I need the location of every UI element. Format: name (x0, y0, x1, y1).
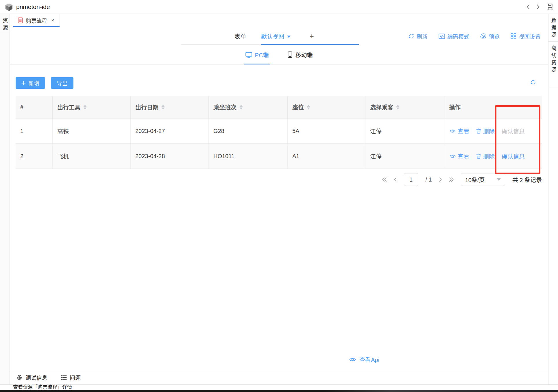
plus-icon (21, 81, 26, 85)
last-page-icon[interactable] (449, 177, 454, 182)
table-actions: 新增 导出 (16, 77, 73, 89)
status-text: 查看资源「购票流程」详情 (13, 385, 72, 390)
chevron-down-icon (287, 36, 291, 38)
delete-link-label: 删除 (483, 127, 495, 135)
page-number-input[interactable]: 1 (404, 173, 418, 186)
page-size-select[interactable]: 10条/页 (461, 173, 505, 186)
add-button[interactable]: 新增 (16, 77, 45, 89)
tab-mobile[interactable]: 移动端 (288, 45, 313, 64)
cell-passenger: 江停 (365, 119, 444, 143)
eye-icon (450, 129, 456, 133)
cell-date: 2023-04-28 (131, 144, 209, 169)
nav-forward-icon[interactable] (537, 4, 540, 9)
rail-item-datasource[interactable]: 数据源 (548, 14, 558, 42)
nav-back-icon[interactable] (526, 4, 530, 9)
trash-icon (476, 128, 481, 134)
content: 新增 导出 # 出 (10, 64, 548, 370)
view-api-link[interactable]: 查看Api (349, 355, 379, 364)
cell-seat: A1 (288, 144, 365, 169)
cell-operations: 查看 删除 确认信息 (444, 119, 542, 143)
debug-info-button[interactable]: 调试信息 (16, 373, 47, 381)
col-header-trip[interactable]: 乘坐班次 (209, 96, 288, 118)
next-page-icon[interactable] (439, 177, 442, 182)
issues-label: 问题 (70, 373, 81, 381)
export-button[interactable]: 导出 (51, 77, 73, 89)
table-refresh-icon[interactable] (531, 79, 536, 85)
record-count-label: 共 2 条记录 (512, 175, 542, 184)
list-icon (61, 375, 67, 380)
prev-page-icon[interactable] (394, 177, 397, 182)
preview-icon (480, 33, 486, 39)
main-area: 购票流程 × 表单 默认视图 + (10, 14, 548, 384)
refresh-button[interactable]: 刷新 (409, 32, 428, 40)
devicebar: PC端 移动端 (10, 45, 548, 64)
app-logo-icon (5, 3, 13, 11)
sort-icon[interactable] (84, 105, 86, 110)
code-mode-icon (439, 34, 445, 39)
add-view-button[interactable]: + (310, 27, 314, 45)
titlebar: primeton-ide (0, 0, 558, 14)
view-settings-label: 视图设置 (519, 32, 541, 40)
first-page-icon[interactable] (382, 177, 387, 182)
delete-link[interactable]: 删除 (476, 152, 495, 160)
rail-item-label: 资源 (1, 18, 9, 32)
sort-icon[interactable] (307, 105, 310, 110)
cell-index: 2 (16, 144, 53, 169)
code-mode-button[interactable]: 编码模式 (439, 32, 469, 40)
export-button-label: 导出 (57, 79, 68, 87)
rail-item-label: 离线资源 (550, 45, 557, 74)
tab-default-view[interactable]: 默认视图 (261, 27, 291, 45)
rail-item-resources[interactable]: 资源 (0, 14, 10, 32)
view-toolbar: 刷新 编码模式 (409, 27, 541, 45)
confirm-info-link[interactable]: 确认信息 (502, 152, 525, 160)
cell-date: 2023-04-27 (131, 119, 209, 143)
editor-tabbar: 购票流程 × (10, 14, 548, 27)
rail-item-offline-resources[interactable]: 离线资源 (548, 42, 558, 88)
bottom-panel: 调试信息 问题 (10, 370, 548, 384)
preview-button[interactable]: 预览 (480, 32, 500, 40)
tab-form[interactable]: 表单 (234, 27, 246, 45)
page-total-label: / 1 (426, 176, 432, 183)
close-icon[interactable]: × (51, 17, 54, 23)
sort-icon[interactable] (162, 105, 165, 110)
delete-link[interactable]: 删除 (476, 127, 495, 135)
pagination: 1 / 1 10条/页 共 2 条记录 (382, 173, 542, 186)
statusbar: 查看资源「购票流程」详情 (0, 384, 558, 390)
cell-vehicle: 飞机 (53, 144, 131, 169)
view-link[interactable]: 查看 (450, 152, 469, 160)
cell-index: 1 (16, 119, 53, 143)
tab-form-label: 表单 (234, 32, 246, 40)
add-button-label: 新增 (28, 79, 39, 87)
phone-icon (288, 51, 292, 58)
col-header-seat[interactable]: 座位 (288, 96, 365, 118)
editor-tab-ticket-flow[interactable]: 购票流程 × (13, 14, 60, 27)
view-link-label: 查看 (458, 152, 469, 160)
save-icon[interactable] (547, 3, 553, 10)
rail-item-label: 数据源 (550, 18, 557, 39)
sort-icon[interactable] (240, 105, 243, 110)
table-header-row: # 出行工具 出行日期 乘坐班次 座位 (16, 96, 542, 119)
issues-button[interactable]: 问题 (61, 373, 81, 381)
col-header-passenger[interactable]: 选择乘客 (365, 96, 444, 118)
cell-trip: HO1011 (209, 144, 288, 169)
cell-seat: 5A (288, 119, 365, 143)
chevron-down-icon (497, 178, 501, 181)
left-rail: 资源 (0, 14, 10, 384)
app-title: primeton-ide (16, 3, 50, 10)
sort-icon[interactable] (396, 105, 399, 110)
document-icon (18, 17, 23, 23)
table-row: 1 高铁 2023-04-27 G28 5A 江停 查看 (16, 119, 542, 144)
col-header-date[interactable]: 出行日期 (131, 96, 209, 118)
tab-pc[interactable]: PC端 (245, 45, 269, 64)
eye-icon (349, 357, 356, 362)
col-header-vehicle[interactable]: 出行工具 (53, 96, 131, 118)
refresh-label: 刷新 (417, 32, 428, 40)
view-settings-button[interactable]: 视图设置 (511, 32, 541, 40)
code-mode-label: 编码模式 (447, 32, 469, 40)
grid-settings-icon (511, 33, 516, 39)
view-link[interactable]: 查看 (450, 127, 469, 135)
refresh-icon (409, 33, 414, 39)
debug-info-label: 调试信息 (25, 373, 47, 381)
table-row: 2 飞机 2023-04-28 HO1011 A1 江停 (16, 144, 542, 169)
confirm-info-link: 确认信息 (502, 127, 525, 135)
